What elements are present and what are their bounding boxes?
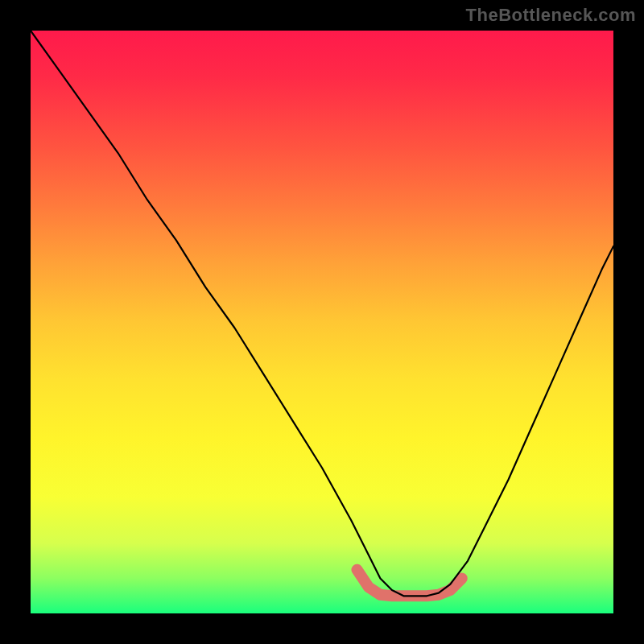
plot-gradient-background [31,31,613,613]
attribution-text: TheBottleneck.com [466,5,636,26]
chart-container: TheBottleneck.com [0,0,644,644]
